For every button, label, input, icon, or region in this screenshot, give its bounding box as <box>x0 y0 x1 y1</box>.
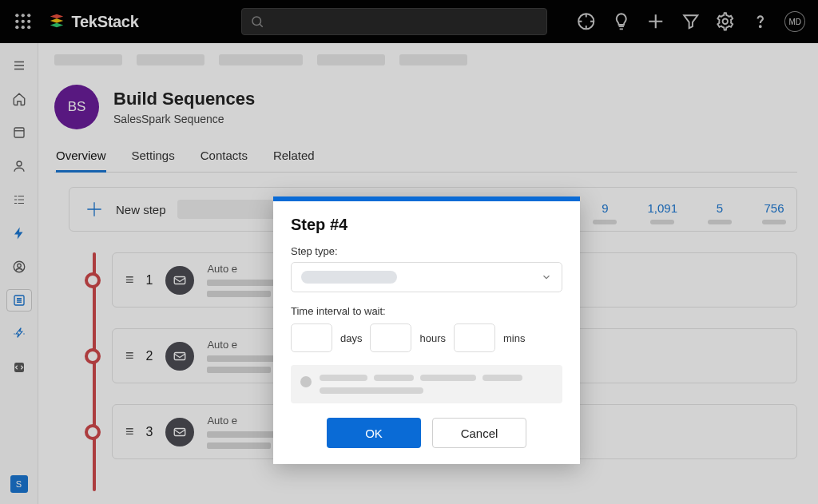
hours-input[interactable] <box>370 323 411 352</box>
chevron-down-icon <box>541 272 552 283</box>
info-icon <box>300 376 312 387</box>
days-input[interactable] <box>291 323 332 352</box>
dialog-actions: OK Cancel <box>291 418 562 448</box>
ok-button[interactable]: OK <box>327 418 421 448</box>
hours-unit: hours <box>419 332 446 344</box>
mins-input[interactable] <box>454 323 495 352</box>
interval-label: Time interval to wait: <box>291 305 562 317</box>
mins-unit: mins <box>503 332 525 344</box>
cancel-button[interactable]: Cancel <box>432 418 526 448</box>
info-panel <box>291 365 562 403</box>
step-type-select[interactable] <box>291 262 562 292</box>
interval-row: days hours mins <box>291 323 562 352</box>
step-type-label: Step type: <box>291 245 562 257</box>
days-unit: days <box>340 332 362 344</box>
dialog-title: Step #4 <box>291 216 562 234</box>
step-dialog: Step #4 Step type: Time interval to wait… <box>273 196 580 464</box>
select-placeholder-skeleton <box>301 271 397 284</box>
